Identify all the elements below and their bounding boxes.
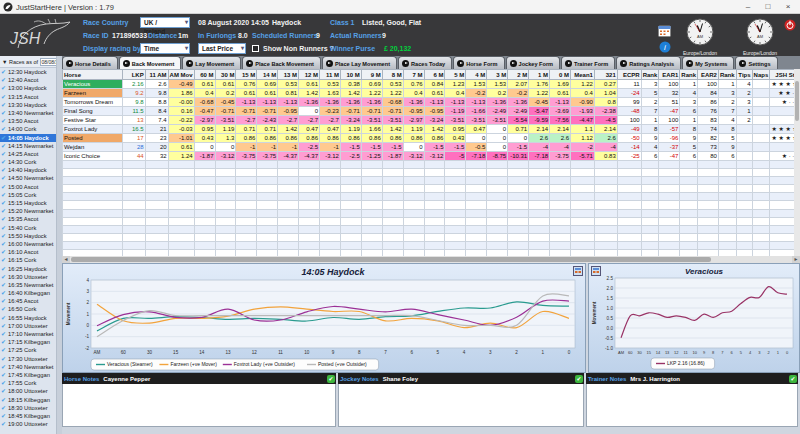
- race-list-item[interactable]: ✔13:00 Haydock: [0, 84, 56, 92]
- column-header-rank[interactable]: Rank: [718, 70, 736, 80]
- column-header-30-m[interactable]: 30 M: [215, 70, 236, 80]
- race-list-item[interactable]: ✔15:20 Newmarket: [0, 207, 56, 215]
- maximize-button[interactable]: □: [760, 1, 776, 13]
- horse-row-posted[interactable]: Posted1723-1.010.431.30.860.860.860.860.…: [63, 134, 800, 143]
- race-list-item[interactable]: ✔14:00 Cork: [0, 125, 56, 133]
- power-icon[interactable]: [784, 19, 796, 31]
- column-header-5-m[interactable]: 5 M: [445, 70, 466, 80]
- column-header-11-m[interactable]: 11 M: [320, 70, 341, 80]
- info-icon[interactable]: i: [659, 41, 671, 53]
- race-list-item[interactable]: ✔16:35 Newmarket: [0, 281, 56, 289]
- tab-races-today[interactable]: Races Today: [398, 56, 452, 69]
- race-list-item[interactable]: ✔17:30 Uttoxeter: [0, 355, 56, 363]
- table-vertical-scrollbar[interactable]: [794, 69, 800, 256]
- tab-horse-details[interactable]: Horse Details: [62, 56, 118, 69]
- race-list-item[interactable]: ✔15:40 Cork: [0, 224, 56, 232]
- close-button[interactable]: ×: [780, 1, 796, 13]
- tab-jockey-form[interactable]: Jockey Form: [506, 56, 561, 69]
- column-header-ear2[interactable]: EAR2: [697, 70, 718, 80]
- race-list-item[interactable]: ✔16:30 Uttoxeter: [0, 273, 56, 281]
- race-list-item[interactable]: ✔14:15 Newmarket: [0, 142, 56, 150]
- column-header-naps[interactable]: Naps: [752, 70, 770, 80]
- race-list-item[interactable]: ✔16:40 Kilbeggan: [0, 289, 56, 297]
- horse-row-festive-star[interactable]: Festive Star137.4-0.22-2.97-3.51-2.7-2.4…: [63, 116, 800, 125]
- table-horizontal-scrollbar[interactable]: ◄ ►: [62, 256, 800, 263]
- show-non-runners-checkbox[interactable]: [252, 45, 259, 52]
- race-list-item[interactable]: ✔13:50 Ascot: [0, 117, 56, 125]
- horse-row-iconic-choice[interactable]: Iconic Choice44321.24-1.87-3.12-3.75-3.7…: [63, 152, 800, 161]
- tab-place-back-movement[interactable]: Place Back Movement: [242, 56, 321, 69]
- race-list-item[interactable]: ✔14:25 Ascot: [0, 150, 56, 158]
- trainer-notes-textarea[interactable]: [586, 384, 798, 427]
- save-note-button[interactable]: ✔: [327, 375, 335, 383]
- chart-export-icon[interactable]: [591, 266, 601, 276]
- race-list-item[interactable]: ✔14:50 Newmarket: [0, 174, 56, 182]
- race-list-item[interactable]: ✔17:40 Newmarket: [0, 363, 56, 371]
- jockey-notes-textarea[interactable]: [338, 384, 584, 427]
- column-header-3-m[interactable]: 3 M: [487, 70, 508, 80]
- save-note-button[interactable]: ✔: [575, 375, 583, 383]
- race-country-select[interactable]: UK / Ireland▾: [140, 17, 190, 28]
- horse-row-tomorrows-dream[interactable]: Tomorrows Dream9.88.8-0.00-0.68-0.45-1.1…: [63, 98, 800, 107]
- column-header-mean1[interactable]: Mean1: [570, 70, 594, 80]
- price-type-select[interactable]: Last Price▾: [198, 43, 246, 54]
- race-list-item[interactable]: ✔16:45 Ascot: [0, 297, 56, 305]
- race-list-item[interactable]: ✔18:00 Uttoxeter: [0, 387, 56, 395]
- column-header-15-m[interactable]: 15 M: [236, 70, 257, 80]
- race-list-item[interactable]: ✔17:25 Cork: [0, 346, 56, 354]
- race-list-item[interactable]: ✔13:15 Ascot: [0, 93, 56, 101]
- column-header-14-m[interactable]: 14 M: [257, 70, 278, 80]
- race-list-item[interactable]: ✔16:15 Cork: [0, 256, 56, 264]
- scroll-left-arrow[interactable]: ◄: [62, 256, 70, 263]
- column-header-12-m[interactable]: 12 M: [299, 70, 320, 80]
- scrollbar-thumb[interactable]: [71, 257, 711, 262]
- race-list-item[interactable]: ✔17:00 Uttoxeter: [0, 322, 56, 330]
- race-list-item[interactable]: ✔15:50 Haydock: [0, 232, 56, 240]
- column-header-60-m[interactable]: 60 M: [194, 70, 215, 80]
- column-header-0-m[interactable]: 0 M: [550, 70, 571, 80]
- horse-row-wejdan[interactable]: Wejdan28200.6100-1-1-1-2.5-1-1.5-1.5-1.5…: [63, 143, 800, 152]
- race-list-item[interactable]: ✔15:00 Ascot: [0, 183, 56, 191]
- horse-row-veracious[interactable]: Veracious2.162.6-0.490.610.610.760.690.5…: [63, 80, 800, 89]
- minimize-button[interactable]: –: [740, 1, 756, 13]
- column-header-ear1[interactable]: EAR1: [659, 70, 680, 80]
- race-list-item[interactable]: ✔17:55 Cork: [0, 379, 56, 387]
- race-list-item[interactable]: ✔13:30 Haydock: [0, 101, 56, 109]
- column-header-11-am[interactable]: 11 AM: [145, 70, 168, 80]
- tab-lay-movement[interactable]: Lay Movement: [182, 56, 241, 69]
- race-list-item[interactable]: ✔16:00 Newmarket: [0, 240, 56, 248]
- tab-trainer-form[interactable]: Trainer Form: [561, 56, 615, 69]
- race-list-item[interactable]: ✔17:45 Kilbeggan: [0, 371, 56, 379]
- column-header-9-m[interactable]: 9 M: [361, 70, 382, 80]
- column-header-6-m[interactable]: 6 M: [424, 70, 445, 80]
- column-header-7-m[interactable]: 7 M: [403, 70, 424, 80]
- column-header-ecpr[interactable]: ECPR: [617, 70, 641, 80]
- column-header-lkp[interactable]: LKP: [122, 70, 145, 80]
- races-sidebar-header[interactable]: ▼ Races as of 08/08/2020: [0, 56, 56, 68]
- race-date-field[interactable]: 08/08/2020: [40, 58, 57, 66]
- tab-ratings-analysis[interactable]: Ratings Analysis: [616, 56, 681, 69]
- race-list-item[interactable]: ✔13:40 Newmarket: [0, 109, 56, 117]
- race-list-item[interactable]: ✔19:00 Uttoxeter: [0, 420, 56, 428]
- calendar-icon[interactable]: [658, 25, 671, 37]
- tab-horse-form[interactable]: Horse Form: [453, 56, 504, 69]
- horse-row-farzeen[interactable]: Farzeen9.29.81.860.40.20.610.610.811.421…: [63, 89, 800, 98]
- race-list-item[interactable]: ✔17:15 Kilbeggan: [0, 338, 56, 346]
- race-list-item[interactable]: ✔16:25 Haydock: [0, 265, 56, 273]
- chart-export-icon[interactable]: [573, 266, 583, 276]
- column-header-321[interactable]: 321: [594, 70, 617, 80]
- horse-row-foxtrot-lady[interactable]: Foxtrot Lady16.521-0.030.951.190.710.711…: [63, 125, 800, 134]
- race-list-item[interactable]: ✔18:45 Kilbeggan: [0, 412, 56, 420]
- column-header-rank[interactable]: Rank: [641, 70, 659, 80]
- column-header-13-m[interactable]: 13 M: [278, 70, 299, 80]
- column-header-horse[interactable]: Horse: [63, 70, 123, 80]
- race-list-item[interactable]: ✔15:15 Haydock: [0, 199, 56, 207]
- column-header-rank[interactable]: Rank: [680, 70, 698, 80]
- column-header-am-mov[interactable]: AM Mov: [168, 70, 194, 80]
- race-list-item[interactable]: ✔14:40 Haydock: [0, 166, 56, 174]
- scroll-right-arrow[interactable]: ►: [792, 256, 800, 263]
- tab-my-systems[interactable]: My Systems: [682, 56, 734, 69]
- column-header-10-m[interactable]: 10 M: [340, 70, 361, 80]
- column-header-2-m[interactable]: 2 M: [508, 70, 529, 80]
- race-list-item[interactable]: ✔18:30 Uttoxeter: [0, 404, 56, 412]
